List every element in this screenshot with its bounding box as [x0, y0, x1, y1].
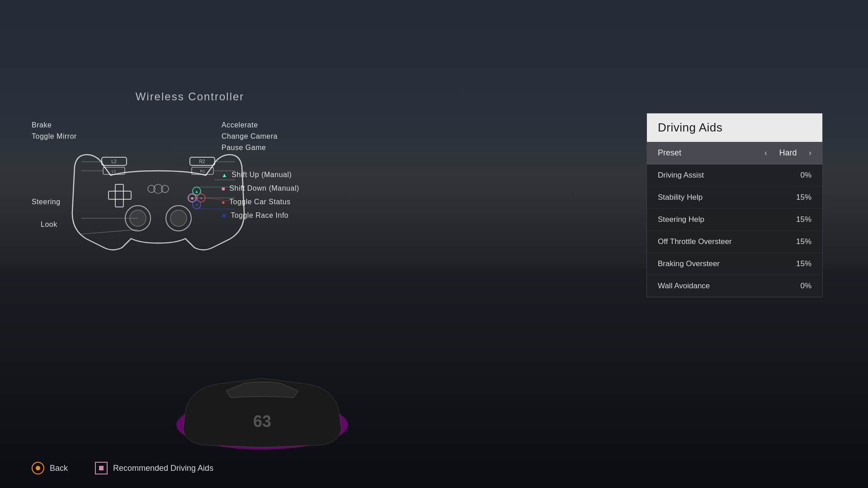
aids-row-value: 15%: [789, 259, 811, 268]
aids-row[interactable]: Wall Avoidance0%: [647, 275, 822, 297]
controller-wrapper: L2 L1 R2 R1 ▲ ■ ● ✕: [32, 112, 339, 284]
aids-rows-container: Driving Assist0%Stability Help15%Steerin…: [647, 164, 822, 297]
change-camera-label: Change Camera: [222, 132, 278, 141]
controller-title: Wireless Controller: [32, 90, 348, 103]
aids-row-label: Braking Oversteer: [658, 259, 789, 268]
preset-label: Preset: [658, 148, 764, 158]
svg-line-28: [81, 230, 138, 234]
aids-row[interactable]: Driving Assist0%: [647, 164, 822, 187]
svg-rect-8: [115, 184, 123, 207]
svg-text:63: 63: [253, 412, 271, 431]
square-icon: ■: [222, 185, 225, 192]
svg-text:R1: R1: [200, 169, 205, 174]
circle-icon-inner: [36, 466, 40, 470]
aids-row-label: Steering Help: [658, 215, 789, 224]
aids-row[interactable]: Braking Oversteer15%: [647, 253, 822, 275]
svg-text:▲: ▲: [194, 189, 199, 194]
driving-aids-panel: Driving Aids Preset ‹ Hard › Driving Ass…: [646, 113, 823, 297]
circle-icon: ●: [222, 199, 225, 206]
preset-value: Hard: [774, 148, 802, 158]
svg-rect-9: [108, 191, 131, 199]
recommended-aids-action[interactable]: Recommended Driving Aids: [95, 462, 213, 474]
aids-row[interactable]: Off Throttle Oversteer15%: [647, 231, 822, 253]
steering-label: Steering: [32, 198, 61, 206]
controller-section: Wireless Controller L2 L1 R2 R1: [32, 90, 348, 284]
svg-point-21: [170, 210, 187, 226]
aids-row-value: 15%: [789, 237, 811, 246]
look-label: Look: [41, 221, 57, 229]
aids-row-label: Off Throttle Oversteer: [658, 237, 789, 246]
car-silhouette: 63: [172, 352, 353, 452]
svg-text:R2: R2: [199, 159, 205, 164]
aids-row[interactable]: Steering Help15%: [647, 209, 822, 231]
pause-game-label: Pause Game: [222, 144, 266, 152]
aids-row-value: 0%: [789, 171, 811, 180]
svg-text:✕: ✕: [195, 202, 198, 207]
toggle-car-status-label: ● Toggle Car Status: [222, 198, 291, 206]
aids-row-label: Driving Assist: [658, 171, 789, 180]
svg-text:L1: L1: [112, 169, 116, 174]
aids-row-label: Wall Avoidance: [658, 282, 789, 291]
cross-icon: ✕: [222, 212, 227, 219]
svg-line-35: [197, 209, 235, 209]
toggle-race-info-label: ✕ Toggle Race Info: [222, 211, 288, 220]
shift-up-label: ▲ Shift Up (Manual): [222, 171, 292, 179]
accelerate-label: Accelerate: [222, 121, 258, 129]
aids-row-value: 0%: [789, 282, 811, 291]
preset-chevron-right[interactable]: ›: [809, 148, 811, 158]
brake-label: Brake: [32, 121, 52, 129]
toggle-mirror-label: Toggle Mirror: [32, 132, 77, 141]
aids-row-label: Stability Help: [658, 193, 789, 202]
preset-row[interactable]: Preset ‹ Hard ›: [647, 142, 822, 164]
triangle-icon: ▲: [222, 172, 227, 178]
back-label: Back: [50, 464, 68, 473]
square-icon-inner: [99, 466, 104, 470]
back-action[interactable]: Back: [32, 462, 68, 474]
preset-chevron-left[interactable]: ‹: [764, 148, 767, 158]
back-button-circle[interactable]: [32, 462, 44, 474]
aids-row[interactable]: Stability Help15%: [647, 187, 822, 209]
aids-row-value: 15%: [789, 215, 811, 224]
recommended-aids-label: Recommended Driving Aids: [113, 464, 213, 473]
shift-down-label: ■ Shift Down (Manual): [222, 184, 299, 192]
driving-aids-title: Driving Aids: [647, 113, 822, 142]
svg-text:L2: L2: [111, 159, 117, 164]
aids-row-value: 15%: [789, 193, 811, 202]
recommended-button-square[interactable]: [95, 462, 108, 474]
bottom-bar: Back Recommended Driving Aids: [32, 462, 213, 474]
